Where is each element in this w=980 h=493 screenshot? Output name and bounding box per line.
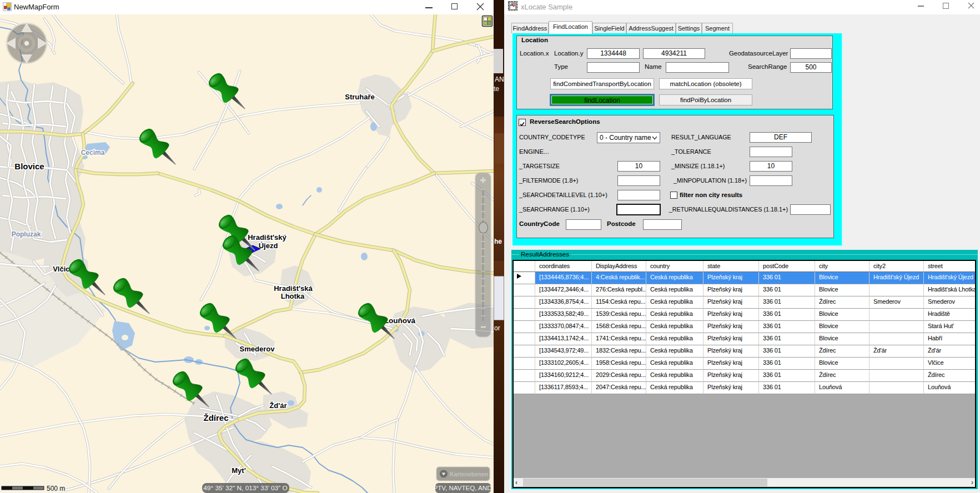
svg-text:Lhotka: Lhotka <box>281 292 305 300</box>
svg-text:Hradišt'ská: Hradišt'ská <box>274 284 313 293</box>
svg-text:Blovice: Blovice <box>14 162 44 171</box>
svg-text:Kartenebenen: Kartenebenen <box>450 471 488 477</box>
svg-text:Ždírec: Ždírec <box>203 413 228 422</box>
svg-text:Popluzak: Popluzak <box>12 230 41 238</box>
svg-text:Louňová: Louňová <box>384 316 416 325</box>
svg-text:Hradišt'ský: Hradišt'ský <box>248 233 287 242</box>
svg-text:Struhaře: Struhaře <box>345 93 374 101</box>
svg-text:49° 35′ 32″ N, 013° 33′ 03″ O: 49° 35′ 32″ N, 013° 33′ 03″ O <box>203 484 287 492</box>
svg-text:Újezd: Újezd <box>259 242 278 250</box>
svg-text:PTV, NAVTEQ, AND: PTV, NAVTEQ, AND <box>433 484 491 491</box>
svg-text:Myt': Myt' <box>232 466 245 475</box>
svg-text:500 m: 500 m <box>47 485 65 492</box>
svg-text:Cecima: Cecima <box>81 149 105 157</box>
svg-text:Žd'ár: Žd'ár <box>269 401 287 410</box>
svg-text:Smederov: Smederov <box>240 345 275 353</box>
